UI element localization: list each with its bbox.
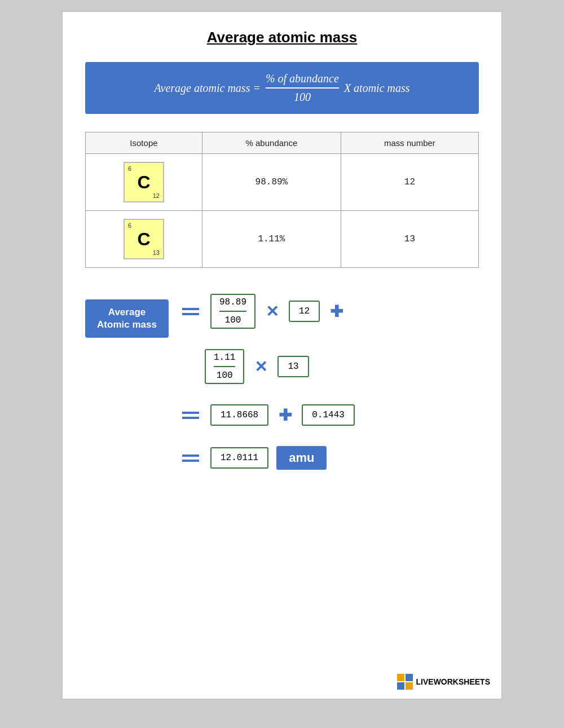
atomic-num-1: 6	[128, 165, 131, 172]
calc-left: Average Atomic mass	[85, 299, 169, 338]
table-row: 6 C 12 98.89% 12	[86, 154, 479, 211]
calc-row-1: 98.89 100 ✕ 12 ✚	[179, 294, 355, 329]
svg-rect-0	[397, 674, 404, 681]
formula-numerator: % of abundance	[266, 72, 339, 86]
col-isotope: Isotope	[86, 133, 202, 154]
plus-icon-1: ✚	[330, 302, 343, 321]
page-title: Average atomic mass	[85, 29, 479, 46]
calc-right: 98.89 100 ✕ 12 ✚ 1.11 100 ✕ 13	[179, 294, 355, 480]
calc-row-3: 11.8668 ✚ 0.1443	[179, 404, 355, 426]
equals-3	[182, 455, 199, 462]
logo-text: LIVEWORKSHEETS	[416, 677, 490, 686]
formula-box: Average atomic mass = % of abundance 100…	[85, 62, 479, 114]
formula-line	[266, 87, 339, 89]
mass-num-label-1: 12	[153, 192, 160, 199]
element-box-c13: 6 C 13	[124, 219, 164, 259]
svg-rect-1	[406, 674, 413, 681]
frac-den-1: 100	[225, 313, 241, 325]
svg-rect-3	[406, 682, 413, 690]
avg-atomic-mass-label: Average Atomic mass	[85, 299, 169, 338]
formula-prefix: Average atomic mass =	[154, 82, 263, 95]
mass-value-1: 12	[289, 301, 320, 322]
result-value-1: 11.8668	[210, 404, 268, 426]
calc-row-2: 1.11 100 ✕ 13	[205, 349, 355, 384]
multiply-icon-2: ✕	[254, 358, 267, 376]
logo-svg	[397, 674, 413, 690]
isotope-cell-2: 6 C 13	[86, 211, 202, 268]
frac-divider-1	[219, 311, 246, 312]
formula-suffix: X atomic mass	[341, 82, 410, 95]
page: Average atomic mass Average atomic mass …	[62, 11, 502, 699]
equals-line	[182, 313, 199, 315]
massnumber-2: 13	[341, 211, 478, 268]
abundance-1: 98.89%	[202, 154, 341, 211]
final-value: 12.0111	[210, 447, 268, 469]
formula-fraction: % of abundance 100	[266, 72, 339, 104]
result-value-2: 0.1443	[302, 404, 355, 426]
multiply-icon-1: ✕	[266, 302, 279, 321]
formula-denominator: 100	[294, 90, 311, 104]
calculation-section: Average Atomic mass 98.89 100 ✕ 12 ✚	[85, 288, 479, 480]
frac-num-2: 1.11	[214, 352, 235, 365]
fraction-2: 1.11 100	[205, 349, 244, 384]
element-box-c12: 6 C 12	[124, 162, 164, 202]
amu-label: amu	[276, 446, 327, 470]
mass-num-label-2: 13	[153, 249, 160, 256]
massnumber-1: 12	[341, 154, 478, 211]
fraction-1: 98.89 100	[210, 294, 255, 329]
plus-icon-2: ✚	[279, 406, 292, 425]
equals-line	[182, 417, 199, 419]
equals-line	[182, 308, 199, 310]
svg-rect-2	[397, 682, 404, 690]
atomic-num-2: 6	[128, 222, 131, 229]
abundance-2: 1.11%	[202, 211, 341, 268]
table-row: 6 C 13 1.11% 13	[86, 211, 479, 268]
col-abundance: % abundance	[202, 133, 341, 154]
equals-2	[182, 412, 199, 419]
frac-den-2: 100	[217, 368, 233, 381]
calc-row-4: 12.0111 amu	[179, 446, 355, 470]
frac-num-1: 98.89	[219, 297, 246, 310]
col-mass-number: mass number	[341, 133, 478, 154]
mass-value-2: 13	[277, 356, 309, 377]
element-symbol-1: C	[137, 173, 150, 191]
isotope-table: Isotope % abundance mass number 6 C 12 9…	[85, 132, 479, 268]
equals-line	[182, 412, 199, 414]
isotope-cell-1: 6 C 12	[86, 154, 202, 211]
equals-line	[182, 455, 199, 457]
equals-line	[182, 460, 199, 462]
equals-1	[182, 308, 199, 315]
liveworksheets-icon	[397, 674, 413, 690]
logo-area: LIVEWORKSHEETS	[397, 674, 490, 690]
element-symbol-2: C	[137, 230, 150, 248]
frac-divider-2	[214, 366, 235, 367]
